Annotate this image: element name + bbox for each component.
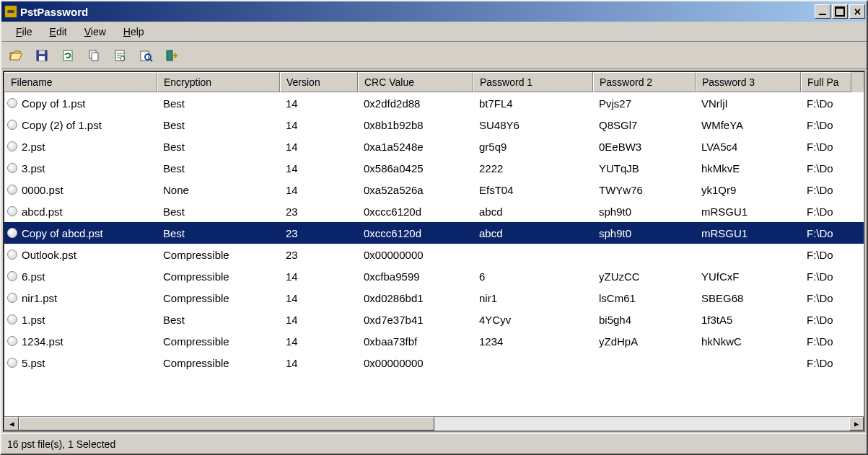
table-row[interactable]: 5.pstCompressible140x00000000F:\Do <box>4 352 864 374</box>
cell-encryption: Compressible <box>157 335 280 348</box>
filename-label: nir1.pst <box>22 292 57 304</box>
menu-file[interactable]: File <box>7 23 41 40</box>
table-row[interactable]: 2.pstBest140xa1a5248egr5q90EeBW3LVA5c4F:… <box>4 136 864 157</box>
cell-password-3: mRSGU1 <box>696 227 801 239</box>
cell-version: 14 <box>280 357 358 369</box>
cell-password-3: SBEG68 <box>696 292 801 304</box>
file-icon <box>7 358 17 368</box>
cell-full-pa: F:\Do <box>801 335 851 348</box>
cell-crc-value: 0x586a0425 <box>358 162 473 175</box>
cell-crc-value: 0xd7e37b41 <box>358 314 473 326</box>
cell-password-1: EfsT04 <box>473 184 593 196</box>
cell-encryption: Compressible <box>157 270 280 283</box>
cell-filename: Copy of abcd.pst <box>4 227 157 239</box>
cell-filename: 5.pst <box>4 357 157 369</box>
table-row[interactable]: 1.pstBest140xd7e37b414YCyvbi5gh41f3tA5F:… <box>4 309 864 330</box>
cell-password-1: gr5q9 <box>473 141 593 153</box>
svg-rect-1 <box>39 50 45 54</box>
svg-rect-2 <box>39 56 45 61</box>
find-icon[interactable] <box>136 45 156 66</box>
cell-full-pa: F:\Do <box>801 184 851 196</box>
column-header-password-2[interactable]: Password 2 <box>593 72 696 92</box>
menu-edit[interactable]: Edit <box>41 23 76 40</box>
scroll-right-button[interactable]: ▸ <box>849 417 864 430</box>
cell-password-2: Pvjs27 <box>593 97 696 110</box>
column-header-version[interactable]: Version <box>280 72 358 92</box>
table-row[interactable]: 6.pstCompressible140xcfba95996yZUzCCYUfC… <box>4 265 864 287</box>
menubar: FileEditViewHelp <box>1 22 867 42</box>
column-header-password-1[interactable]: Password 1 <box>473 72 593 92</box>
table-row[interactable]: Copy of 1.pstBest140x2dfd2d88bt7FL4Pvjs2… <box>4 92 864 114</box>
cell-filename: Outlook.pst <box>4 249 157 261</box>
properties-icon[interactable] <box>110 45 130 66</box>
cell-password-2: yZdHpA <box>593 335 696 348</box>
cell-full-pa: F:\Do <box>801 292 851 304</box>
cell-password-3: yk1Qr9 <box>696 184 801 196</box>
table-row[interactable]: Outlook.pstCompressible230x00000000F:\Do <box>4 244 864 265</box>
cell-password-2: sph9t0 <box>593 227 696 239</box>
cell-password-3: hkNkwC <box>696 335 801 348</box>
maximize-button[interactable] <box>832 4 848 19</box>
cell-filename: abcd.pst <box>4 206 157 218</box>
table-row[interactable]: 1234.pstCompressible140xbaa73fbf1234yZdH… <box>4 330 864 352</box>
cell-full-pa: F:\Do <box>801 270 851 283</box>
filename-label: 3.pst <box>22 162 45 175</box>
column-header-full-pa[interactable]: Full Pa <box>801 72 851 92</box>
cell-password-3: hkMkvE <box>696 162 801 175</box>
menu-help[interactable]: Help <box>115 23 153 40</box>
minimize-button[interactable] <box>815 4 830 19</box>
cell-encryption: Compressible <box>157 249 280 261</box>
table-row[interactable]: Copy (2) of 1.pstBest140x8b1b92b8SU48Y6Q… <box>4 114 864 136</box>
cell-password-1: 2222 <box>473 162 593 175</box>
cell-filename: 6.pst <box>4 270 157 283</box>
column-header-password-3[interactable]: Password 3 <box>696 72 801 92</box>
cell-version: 14 <box>280 97 358 110</box>
cell-crc-value: 0xa1a5248e <box>358 141 473 153</box>
cell-crc-value: 0x00000000 <box>358 357 473 369</box>
horizontal-scrollbar[interactable]: ◂ ▸ <box>4 416 864 430</box>
close-button[interactable]: ✕ <box>849 4 865 19</box>
save-icon[interactable] <box>32 45 52 66</box>
cell-filename: Copy (2) of 1.pst <box>4 119 157 131</box>
cell-version: 14 <box>280 162 358 175</box>
table-row[interactable]: abcd.pstBest230xccc6120dabcdsph9t0mRSGU1… <box>4 200 864 222</box>
filename-label: 6.pst <box>22 270 45 283</box>
cell-password-3: mRSGU1 <box>696 206 801 218</box>
cell-encryption: Compressible <box>157 357 280 369</box>
scroll-track[interactable] <box>19 417 849 430</box>
scroll-left-button[interactable]: ◂ <box>4 417 19 430</box>
cell-crc-value: 0xd0286bd1 <box>358 292 473 304</box>
cell-full-pa: F:\Do <box>801 314 851 326</box>
cell-full-pa: F:\Do <box>801 97 851 110</box>
table-row[interactable]: 3.pstBest140x586a04252222YUTqJBhkMkvEF:\… <box>4 157 864 179</box>
listview-body[interactable]: Copy of 1.pstBest140x2dfd2d88bt7FL4Pvjs2… <box>4 92 864 416</box>
cell-password-3: WMfeYA <box>696 119 801 131</box>
window-title: PstPassword <box>20 6 815 18</box>
open-file-icon[interactable] <box>6 45 26 66</box>
table-row[interactable]: nir1.pstCompressible140xd0286bd1nir1lsCm… <box>4 287 864 309</box>
copy-icon[interactable] <box>84 45 104 66</box>
cell-encryption: Best <box>157 227 280 239</box>
cell-crc-value: 0x2dfd2d88 <box>358 97 473 110</box>
cell-password-2: lsCm61 <box>593 292 696 304</box>
cell-filename: 0000.pst <box>4 184 157 196</box>
filename-label: 0000.pst <box>22 184 63 196</box>
column-header-encryption[interactable]: Encryption <box>157 72 280 92</box>
cell-version: 14 <box>280 141 358 153</box>
cell-version: 14 <box>280 314 358 326</box>
cell-encryption: Compressible <box>157 292 280 304</box>
file-icon <box>7 249 17 260</box>
column-header-filename[interactable]: Filename <box>4 72 157 92</box>
table-row[interactable]: Copy of abcd.pstBest230xccc6120dabcdsph9… <box>4 222 864 244</box>
menu-view[interactable]: View <box>76 23 115 40</box>
column-header-crc-value[interactable]: CRC Value <box>358 72 473 92</box>
scroll-thumb[interactable] <box>19 417 434 430</box>
cell-version: 14 <box>280 335 358 348</box>
table-row[interactable]: 0000.pstNone140xa52a526aEfsT04TWYw76yk1Q… <box>4 179 864 200</box>
file-icon <box>7 271 17 281</box>
app-icon <box>4 5 17 18</box>
exit-icon[interactable] <box>162 45 182 66</box>
refresh-icon[interactable] <box>58 45 78 66</box>
cell-version: 14 <box>280 292 358 304</box>
cell-password-1: bt7FL4 <box>473 97 593 110</box>
